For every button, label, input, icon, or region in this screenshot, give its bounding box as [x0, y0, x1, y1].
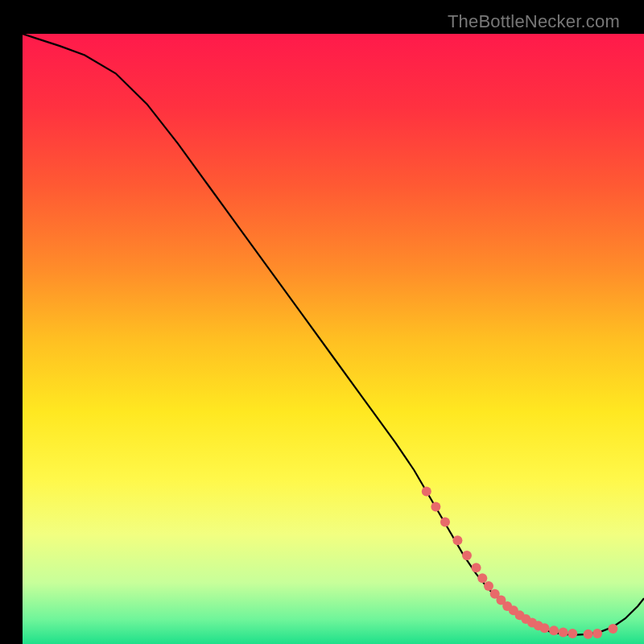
marker-dot [484, 581, 493, 591]
marker-dot [539, 623, 549, 633]
marker-dot [431, 502, 440, 511]
marker-dot [452, 535, 462, 545]
gradient-background [23, 34, 644, 644]
watermark-text: TheBottleNecker.com [448, 11, 620, 32]
chart-frame: TheBottleNecker.com [11, 11, 633, 633]
marker-dot [549, 625, 559, 635]
marker-dot [559, 628, 568, 638]
chart-plot-area [23, 34, 644, 644]
marker-dot [472, 563, 481, 572]
marker-dot [584, 630, 593, 639]
marker-dot [568, 629, 577, 638]
marker-dot [462, 551, 472, 560]
marker-dot [440, 517, 450, 526]
marker-dot [608, 624, 617, 634]
chart-svg [23, 34, 644, 644]
marker-dot [592, 629, 602, 638]
marker-dot [422, 487, 431, 497]
marker-dot [477, 573, 487, 583]
